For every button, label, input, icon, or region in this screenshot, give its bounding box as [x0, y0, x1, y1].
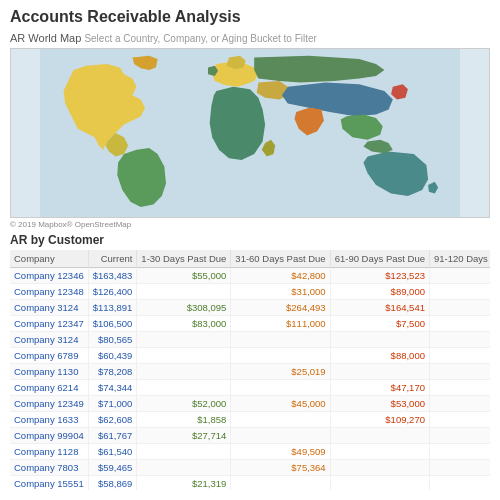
table-row[interactable]: Company 6214$74,344$47,170	[10, 380, 490, 396]
cell-d61_90	[330, 332, 429, 348]
col-1-30[interactable]: 1-30 Days Past Due	[137, 250, 231, 268]
cell-company: Company 7803	[10, 460, 88, 476]
cell-d61_90: $88,000	[330, 348, 429, 364]
table-row[interactable]: Company 12347$106,500$83,000$111,000$7,5…	[10, 316, 490, 332]
cell-d1_30: $83,000	[137, 316, 231, 332]
cell-d31_60: $45,000	[231, 396, 330, 412]
cell-current: $61,540	[88, 444, 137, 460]
cell-d1_30: $1,858	[137, 412, 231, 428]
cell-current: $60,439	[88, 348, 137, 364]
cell-d91_120	[429, 364, 490, 380]
cell-company: Company 1128	[10, 444, 88, 460]
world-map[interactable]	[10, 48, 490, 218]
table-row[interactable]: Company 1130$78,208$25,019	[10, 364, 490, 380]
cell-company: Company 12346	[10, 268, 88, 284]
table-section-label: AR by Customer	[10, 233, 490, 247]
cell-d31_60	[231, 380, 330, 396]
cell-d91_120	[429, 396, 490, 412]
cell-company: Company 12349	[10, 396, 88, 412]
ar-table: Company Current 1-30 Days Past Due 31-60…	[10, 250, 490, 490]
col-company[interactable]: Company	[10, 250, 88, 268]
cell-current: $58,869	[88, 476, 137, 491]
cell-d91_120	[429, 316, 490, 332]
cell-company: Company 3124	[10, 332, 88, 348]
cell-company: Company 12348	[10, 284, 88, 300]
cell-d31_60	[231, 332, 330, 348]
cell-d91_120	[429, 380, 490, 396]
cell-d31_60	[231, 348, 330, 364]
cell-company: Company 1130	[10, 364, 88, 380]
cell-d31_60: $264,493	[231, 300, 330, 316]
cell-current: $71,000	[88, 396, 137, 412]
cell-current: $59,465	[88, 460, 137, 476]
cell-d91_120	[429, 412, 490, 428]
cell-current: $80,565	[88, 332, 137, 348]
table-row[interactable]: Company 15551$58,869$21,319	[10, 476, 490, 491]
col-61-90[interactable]: 61-90 Days Past Due	[330, 250, 429, 268]
page-title: Accounts Receivable Analysis	[10, 8, 490, 26]
cell-d31_60: $25,019	[231, 364, 330, 380]
cell-d61_90: $47,170	[330, 380, 429, 396]
col-31-60[interactable]: 31-60 Days Past Due	[231, 250, 330, 268]
table-row[interactable]: Company 1128$61,540$49,509	[10, 444, 490, 460]
table-row[interactable]: Company 12348$126,400$31,000$89,000	[10, 284, 490, 300]
cell-d61_90	[330, 460, 429, 476]
cell-d1_30: $52,000	[137, 396, 231, 412]
cell-company: Company 6789	[10, 348, 88, 364]
map-hint: Select a Country, Company, or Aging Buck…	[84, 33, 317, 44]
col-91-120[interactable]: 91-120 Days Past Due	[429, 250, 490, 268]
cell-d61_90: $123,523	[330, 268, 429, 284]
cell-d91_120	[429, 444, 490, 460]
cell-d1_30	[137, 444, 231, 460]
cell-d61_90: $7,500	[330, 316, 429, 332]
map-label: AR World Map	[10, 32, 81, 44]
cell-d91_120	[429, 476, 490, 491]
cell-d91_120: $126,225	[429, 300, 490, 316]
cell-d31_60	[231, 412, 330, 428]
cell-current: $106,500	[88, 316, 137, 332]
cell-d31_60	[231, 428, 330, 444]
cell-d1_30	[137, 332, 231, 348]
cell-current: $163,483	[88, 268, 137, 284]
table-row[interactable]: Company 3124$113,891$308,095$264,493$164…	[10, 300, 490, 316]
cell-current: $62,608	[88, 412, 137, 428]
map-svg	[11, 49, 489, 217]
cell-d1_30	[137, 284, 231, 300]
cell-d61_90: $164,541	[330, 300, 429, 316]
cell-d31_60	[231, 476, 330, 491]
cell-d91_120	[429, 428, 490, 444]
cell-d1_30: $21,319	[137, 476, 231, 491]
col-current[interactable]: Current	[88, 250, 137, 268]
table-container[interactable]: Company Current 1-30 Days Past Due 31-60…	[10, 250, 490, 490]
cell-d31_60: $111,000	[231, 316, 330, 332]
table-row[interactable]: Company 3124$80,565	[10, 332, 490, 348]
cell-company: Company 6214	[10, 380, 88, 396]
cell-current: $61,767	[88, 428, 137, 444]
cell-d61_90: $53,000	[330, 396, 429, 412]
cell-current: $74,344	[88, 380, 137, 396]
map-section-label: AR World Map Select a Country, Company, …	[10, 32, 490, 44]
cell-company: Company 1633	[10, 412, 88, 428]
table-row[interactable]: Company 7803$59,465$75,364	[10, 460, 490, 476]
table-header-row: Company Current 1-30 Days Past Due 31-60…	[10, 250, 490, 268]
table-row[interactable]: Company 1633$62,608$1,858$109,270	[10, 412, 490, 428]
cell-current: $126,400	[88, 284, 137, 300]
cell-d1_30	[137, 380, 231, 396]
cell-company: Company 15551	[10, 476, 88, 491]
cell-d61_90	[330, 476, 429, 491]
cell-d91_120	[429, 284, 490, 300]
cell-d31_60: $31,000	[231, 284, 330, 300]
cell-d31_60: $75,364	[231, 460, 330, 476]
table-row[interactable]: Company 12349$71,000$52,000$45,000$53,00…	[10, 396, 490, 412]
cell-d1_30	[137, 460, 231, 476]
map-credit: © 2019 Mapbox® OpenStreetMap	[10, 220, 490, 229]
table-row[interactable]: Company 12346$163,483$55,000$42,800$123,…	[10, 268, 490, 284]
table-row[interactable]: Company 99904$61,767$27,714	[10, 428, 490, 444]
cell-d61_90	[330, 364, 429, 380]
cell-current: $78,208	[88, 364, 137, 380]
cell-d1_30: $308,095	[137, 300, 231, 316]
cell-d31_60: $49,509	[231, 444, 330, 460]
cell-company: Company 12347	[10, 316, 88, 332]
table-row[interactable]: Company 6789$60,439$88,000	[10, 348, 490, 364]
cell-company: Company 99904	[10, 428, 88, 444]
